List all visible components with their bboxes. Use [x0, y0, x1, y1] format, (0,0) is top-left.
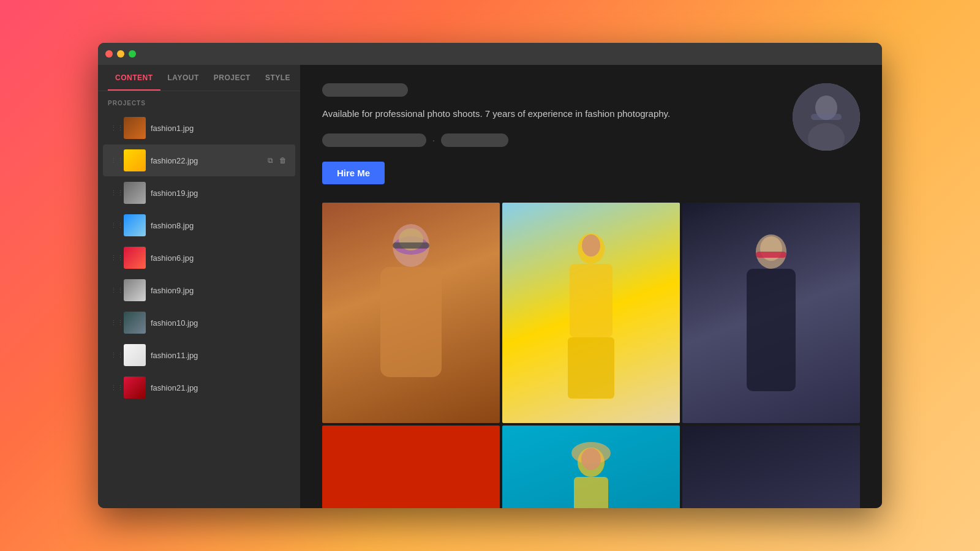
list-item[interactable]: ⋮⋮ fashion22.jpg ⧉ 🗑 — [103, 144, 295, 176]
photo-inner — [502, 203, 680, 423]
hero-section: Available for professional photo shoots.… — [322, 83, 860, 184]
project-thumbnail — [124, 182, 146, 204]
name-placeholder-bar — [322, 83, 408, 97]
svg-rect-11 — [568, 337, 614, 399]
copy-icon[interactable]: ⧉ — [266, 155, 274, 166]
project-name: fashion9.jpg — [151, 286, 262, 295]
photo-grid — [322, 203, 860, 508]
main-content: Available for professional photo shoots.… — [300, 65, 882, 508]
project-name: fashion6.jpg — [151, 253, 262, 263]
drag-handle-icon[interactable]: ⋮⋮ — [110, 222, 119, 230]
fashion-photo-3 — [716, 209, 826, 417]
delete-icon[interactable]: 🗑 — [278, 285, 288, 296]
hero-left: Available for professional photo shoots.… — [322, 83, 793, 184]
hire-me-button[interactable]: Hire Me — [322, 162, 385, 184]
photo-inner — [322, 203, 500, 423]
copy-icon[interactable]: ⧉ — [266, 285, 274, 296]
svg-rect-8 — [393, 242, 429, 249]
delete-icon[interactable]: 🗑 — [278, 382, 288, 393]
close-button[interactable] — [105, 50, 113, 58]
tab-content[interactable]: CONTENT — [108, 65, 160, 91]
project-thumbnail — [124, 117, 146, 139]
photo-cell — [322, 203, 500, 423]
copy-icon[interactable]: ⧉ — [266, 252, 274, 263]
project-name: fashion10.jpg — [151, 318, 262, 328]
tags-row: · — [322, 133, 793, 147]
photo-cell — [682, 203, 860, 423]
projects-list: ⋮⋮ fashion1.jpg ⧉ 🗑 ⋮⋮ fashion22.jpg ⧉ 🗑 — [98, 111, 300, 508]
copy-icon[interactable]: ⧉ — [266, 220, 274, 231]
svg-rect-6 — [380, 267, 442, 377]
project-thumbnail — [124, 377, 146, 399]
tab-project[interactable]: PROJECT — [206, 65, 258, 91]
project-name: fashion1.jpg — [151, 124, 262, 133]
project-thumbnail — [124, 247, 146, 269]
project-name: fashion8.jpg — [151, 221, 262, 230]
sidebar: CONTENT LAYOUT PROJECT STYLE PROJECTS ⋮⋮… — [98, 65, 300, 508]
svg-rect-10 — [570, 264, 612, 337]
delete-icon[interactable]: 🗑 — [278, 252, 288, 263]
photo-inner — [502, 425, 680, 508]
tab-style[interactable]: STYLE — [258, 65, 298, 91]
projects-label: PROJECTS — [98, 91, 300, 111]
photo-cell — [682, 425, 860, 508]
list-item[interactable]: ⋮⋮ fashion1.jpg ⧉ 🗑 — [103, 112, 295, 144]
svg-point-20 — [581, 448, 601, 470]
copy-icon[interactable]: ⧉ — [266, 317, 274, 328]
project-name: fashion11.jpg — [151, 351, 262, 360]
list-item[interactable]: ⋮⋮ fashion19.jpg ⧉ 🗑 — [103, 177, 295, 209]
sidebar-tabs: CONTENT LAYOUT PROJECT STYLE — [98, 65, 300, 91]
project-name: fashion21.jpg — [151, 383, 262, 392]
svg-rect-14 — [747, 269, 796, 391]
traffic-lights — [105, 50, 136, 58]
delete-icon[interactable]: 🗑 — [278, 317, 288, 328]
drag-handle-icon[interactable]: ⋮⋮ — [110, 351, 119, 359]
list-item[interactable]: ⋮⋮ fashion11.jpg ⧉ 🗑 — [103, 339, 295, 371]
titlebar — [98, 43, 882, 65]
drag-handle-icon[interactable]: ⋮⋮ — [110, 157, 119, 165]
svg-rect-19 — [574, 477, 608, 508]
project-thumbnail — [124, 312, 146, 334]
photo-cell — [502, 425, 680, 508]
drag-handle-icon[interactable]: ⋮⋮ — [110, 189, 119, 197]
tab-layout[interactable]: LAYOUT — [160, 65, 206, 91]
tag-pill-1 — [322, 133, 426, 147]
copy-icon[interactable]: ⧉ — [266, 187, 274, 198]
fashion-photo-2 — [536, 209, 646, 417]
delete-icon[interactable]: 🗑 — [278, 350, 288, 361]
project-thumbnail — [124, 279, 146, 301]
tag-pill-2 — [441, 133, 508, 147]
minimize-button[interactable] — [117, 50, 124, 58]
delete-icon[interactable]: 🗑 — [278, 122, 288, 133]
app-body: CONTENT LAYOUT PROJECT STYLE PROJECTS ⋮⋮… — [98, 65, 882, 508]
project-thumbnail — [124, 344, 146, 366]
list-item[interactable]: ⋮⋮ fashion6.jpg ⧉ 🗑 — [103, 242, 295, 274]
list-item[interactable]: ⋮⋮ fashion9.jpg ⧉ 🗑 — [103, 274, 295, 306]
svg-rect-16 — [756, 252, 786, 258]
photo-cell — [322, 425, 500, 508]
list-item[interactable]: ⋮⋮ fashion8.jpg ⧉ 🗑 — [103, 209, 295, 241]
drag-handle-icon[interactable]: ⋮⋮ — [110, 384, 119, 392]
copy-icon[interactable]: ⧉ — [266, 350, 274, 361]
delete-icon[interactable]: 🗑 — [278, 187, 288, 198]
drag-handle-icon[interactable]: ⋮⋮ — [110, 254, 119, 262]
photo-inner — [682, 203, 860, 423]
drag-handle-icon[interactable]: ⋮⋮ — [110, 319, 119, 327]
tag-separator: · — [432, 135, 435, 145]
delete-icon[interactable]: 🗑 — [278, 220, 288, 231]
list-item[interactable]: ⋮⋮ fashion10.jpg ⧉ 🗑 — [103, 307, 295, 339]
drag-handle-icon[interactable]: ⋮⋮ — [110, 124, 119, 132]
copy-icon[interactable]: ⧉ — [266, 122, 274, 133]
project-name: fashion19.jpg — [151, 189, 262, 198]
drag-handle-icon[interactable]: ⋮⋮ — [110, 287, 119, 294]
hero-description: Available for professional photo shoots.… — [322, 107, 690, 121]
fashion-photo-1 — [356, 209, 466, 417]
copy-icon[interactable]: ⧉ — [266, 382, 274, 393]
fashion-photo-5 — [536, 429, 646, 508]
svg-point-12 — [582, 234, 600, 257]
delete-icon[interactable]: 🗑 — [278, 155, 288, 166]
photo-cell — [502, 203, 680, 423]
svg-rect-3 — [811, 114, 842, 120]
maximize-button[interactable] — [129, 50, 136, 58]
list-item[interactable]: ⋮⋮ fashion21.jpg ⧉ 🗑 — [103, 372, 295, 403]
